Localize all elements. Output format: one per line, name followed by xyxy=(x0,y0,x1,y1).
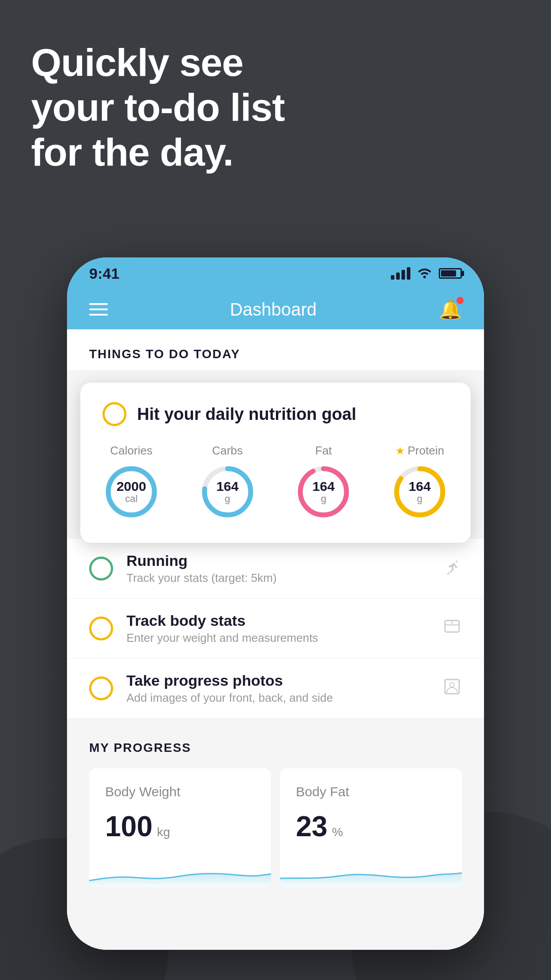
calories-label: Calories xyxy=(110,444,152,458)
body-stats-subtitle: Enter your weight and measurements xyxy=(126,631,429,645)
body-fat-unit: % xyxy=(332,825,343,839)
todo-item-photos[interactable]: Take progress photos Add images of your … xyxy=(67,659,484,719)
body-fat-card[interactable]: Body Fat 23 % xyxy=(280,768,462,887)
todo-item-body-stats[interactable]: Track body stats Enter your weight and m… xyxy=(67,599,484,659)
photos-text: Take progress photos Add images of your … xyxy=(126,672,429,705)
scale-icon xyxy=(442,617,462,640)
wifi-icon xyxy=(417,266,433,281)
body-stats-title: Track body stats xyxy=(126,612,429,629)
protein-value: 164 xyxy=(409,479,431,494)
body-stats-text: Track body stats Enter your weight and m… xyxy=(126,612,429,645)
card-title-row: Hit your daily nutrition goal xyxy=(102,402,449,426)
notification-badge xyxy=(457,297,464,304)
svg-point-12 xyxy=(450,683,454,687)
fat-ring: 164 g xyxy=(295,463,352,521)
photos-checkbox[interactable] xyxy=(89,676,113,700)
body-weight-unit: kg xyxy=(157,825,170,839)
carbs-unit: g xyxy=(216,494,239,504)
running-subtitle: Track your stats (target: 5km) xyxy=(126,571,429,585)
nutrition-protein: ★ Protein 164 g xyxy=(391,444,449,521)
fat-unit: g xyxy=(312,494,335,504)
fat-label: Fat xyxy=(315,444,332,458)
todo-list: Running Track your stats (target: 5km) T… xyxy=(67,539,484,719)
star-icon: ★ xyxy=(395,445,405,457)
body-fat-value-row: 23 % xyxy=(296,810,446,843)
notification-icon[interactable]: 🔔 xyxy=(439,299,462,320)
battery-icon xyxy=(439,268,462,279)
signal-icon xyxy=(391,267,410,280)
body-weight-card[interactable]: Body Weight 100 kg xyxy=(89,768,271,887)
progress-header: MY PROGRESS xyxy=(89,741,462,755)
nav-bar: Dashboard 🔔 xyxy=(67,289,484,329)
carbs-value: 164 xyxy=(216,479,239,494)
hero-text: Quickly see your to-do list for the day. xyxy=(31,40,285,175)
carbs-label: Carbs xyxy=(212,444,243,458)
nutrition-fat: Fat 164 g xyxy=(295,444,352,521)
menu-icon[interactable] xyxy=(89,303,108,316)
section-header: THINGS TO DO TODAY xyxy=(89,347,462,370)
nutrition-card[interactable]: Hit your daily nutrition goal Calories 2… xyxy=(80,383,471,543)
body-weight-chart xyxy=(89,856,271,887)
photos-subtitle: Add images of your front, back, and side xyxy=(126,691,429,705)
hero-line3: for the day. xyxy=(31,130,285,174)
hero-line2: your to-do list xyxy=(31,85,285,130)
phone-frame: 9:41 Dashboard 🔔 xyxy=(67,257,484,950)
main-content: THINGS TO DO TODAY Hit your daily nutrit… xyxy=(67,329,484,950)
status-time: 9:41 xyxy=(89,265,119,282)
person-icon xyxy=(442,677,462,700)
nutrition-calories: Calories 2000 cal xyxy=(102,444,160,521)
nutrition-card-title: Hit your daily nutrition goal xyxy=(137,405,356,424)
nav-title: Dashboard xyxy=(230,300,317,320)
calories-ring: 2000 cal xyxy=(102,463,160,521)
running-icon xyxy=(442,557,462,581)
fat-value: 164 xyxy=(312,479,335,494)
running-checkbox[interactable] xyxy=(89,557,113,581)
body-stats-checkbox[interactable] xyxy=(89,616,113,640)
protein-label: ★ Protein xyxy=(395,444,444,458)
progress-section: MY PROGRESS Body Weight 100 kg xyxy=(67,719,484,887)
carbs-ring: 164 g xyxy=(199,463,256,521)
nutrition-circles: Calories 2000 cal Carbs xyxy=(102,444,449,521)
photos-title: Take progress photos xyxy=(126,672,429,689)
body-fat-value: 23 xyxy=(296,810,327,843)
nutrition-checkbox[interactable] xyxy=(102,402,126,426)
status-bar: 9:41 xyxy=(67,257,484,289)
protein-ring: 164 g xyxy=(391,463,449,521)
things-to-do-section: THINGS TO DO TODAY xyxy=(67,329,484,370)
calories-unit: cal xyxy=(117,494,146,504)
hero-line1: Quickly see xyxy=(31,40,285,85)
status-icons xyxy=(391,266,462,281)
body-fat-chart xyxy=(280,856,462,887)
running-text: Running Track your stats (target: 5km) xyxy=(126,552,429,585)
body-fat-title: Body Fat xyxy=(296,784,446,799)
progress-cards: Body Weight 100 kg xyxy=(89,768,462,887)
running-title: Running xyxy=(126,552,429,569)
body-weight-value: 100 xyxy=(105,810,153,843)
calories-value: 2000 xyxy=(117,479,146,494)
protein-unit: g xyxy=(409,494,431,504)
nutrition-carbs: Carbs 164 g xyxy=(199,444,256,521)
body-weight-title: Body Weight xyxy=(105,784,255,799)
todo-item-running[interactable]: Running Track your stats (target: 5km) xyxy=(67,539,484,599)
body-weight-value-row: 100 kg xyxy=(105,810,255,843)
